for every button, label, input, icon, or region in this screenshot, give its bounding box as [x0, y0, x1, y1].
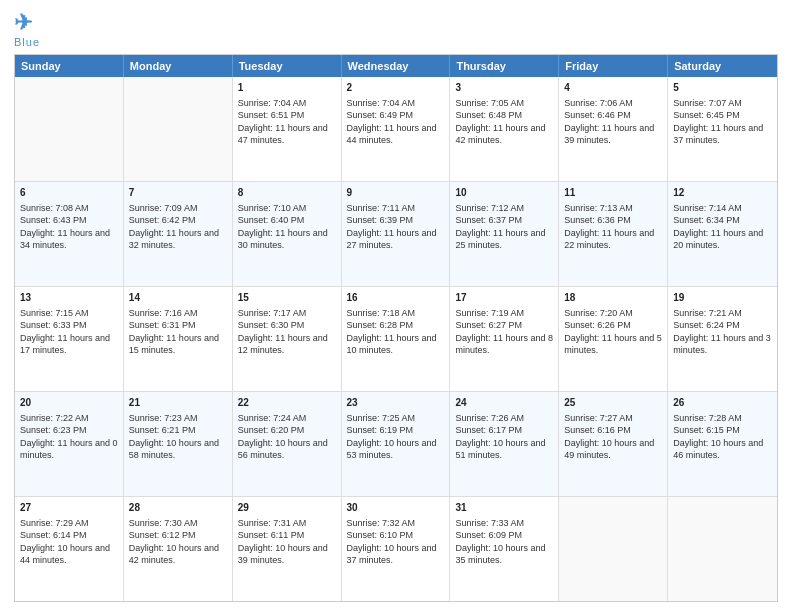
day-info-8: Sunrise: 7:10 AMSunset: 6:40 PMDaylight:…	[238, 202, 336, 252]
day-number-23: 23	[347, 396, 445, 410]
day-cell-1: 1Sunrise: 7:04 AMSunset: 6:51 PMDaylight…	[233, 77, 342, 181]
day-cell-10: 10Sunrise: 7:12 AMSunset: 6:37 PMDayligh…	[450, 182, 559, 286]
day-cell-24: 24Sunrise: 7:26 AMSunset: 6:17 PMDayligh…	[450, 392, 559, 496]
header-day-saturday: Saturday	[668, 55, 777, 77]
day-info-3: Sunrise: 7:05 AMSunset: 6:48 PMDaylight:…	[455, 97, 553, 147]
day-info-19: Sunrise: 7:21 AMSunset: 6:24 PMDaylight:…	[673, 307, 772, 357]
header-day-sunday: Sunday	[15, 55, 124, 77]
day-cell-29: 29Sunrise: 7:31 AMSunset: 6:11 PMDayligh…	[233, 497, 342, 601]
calendar-body: 1Sunrise: 7:04 AMSunset: 6:51 PMDaylight…	[15, 77, 777, 601]
day-cell-8: 8Sunrise: 7:10 AMSunset: 6:40 PMDaylight…	[233, 182, 342, 286]
day-cell-11: 11Sunrise: 7:13 AMSunset: 6:36 PMDayligh…	[559, 182, 668, 286]
day-cell-31: 31Sunrise: 7:33 AMSunset: 6:09 PMDayligh…	[450, 497, 559, 601]
day-info-1: Sunrise: 7:04 AMSunset: 6:51 PMDaylight:…	[238, 97, 336, 147]
day-cell-25: 25Sunrise: 7:27 AMSunset: 6:16 PMDayligh…	[559, 392, 668, 496]
day-cell-22: 22Sunrise: 7:24 AMSunset: 6:20 PMDayligh…	[233, 392, 342, 496]
day-info-31: Sunrise: 7:33 AMSunset: 6:09 PMDaylight:…	[455, 517, 553, 567]
header: ✈ Blue	[14, 10, 778, 48]
day-number-24: 24	[455, 396, 553, 410]
day-cell-12: 12Sunrise: 7:14 AMSunset: 6:34 PMDayligh…	[668, 182, 777, 286]
logo-sub: Blue	[14, 36, 40, 48]
day-cell-7: 7Sunrise: 7:09 AMSunset: 6:42 PMDaylight…	[124, 182, 233, 286]
day-info-26: Sunrise: 7:28 AMSunset: 6:15 PMDaylight:…	[673, 412, 772, 462]
header-day-tuesday: Tuesday	[233, 55, 342, 77]
day-info-9: Sunrise: 7:11 AMSunset: 6:39 PMDaylight:…	[347, 202, 445, 252]
day-info-24: Sunrise: 7:26 AMSunset: 6:17 PMDaylight:…	[455, 412, 553, 462]
day-number-20: 20	[20, 396, 118, 410]
day-info-6: Sunrise: 7:08 AMSunset: 6:43 PMDaylight:…	[20, 202, 118, 252]
day-number-16: 16	[347, 291, 445, 305]
header-day-wednesday: Wednesday	[342, 55, 451, 77]
day-cell-3: 3Sunrise: 7:05 AMSunset: 6:48 PMDaylight…	[450, 77, 559, 181]
day-info-28: Sunrise: 7:30 AMSunset: 6:12 PMDaylight:…	[129, 517, 227, 567]
day-number-19: 19	[673, 291, 772, 305]
day-number-30: 30	[347, 501, 445, 515]
day-info-22: Sunrise: 7:24 AMSunset: 6:20 PMDaylight:…	[238, 412, 336, 462]
day-cell-17: 17Sunrise: 7:19 AMSunset: 6:27 PMDayligh…	[450, 287, 559, 391]
calendar-header: SundayMondayTuesdayWednesdayThursdayFrid…	[15, 55, 777, 77]
day-number-2: 2	[347, 81, 445, 95]
day-number-25: 25	[564, 396, 662, 410]
day-number-7: 7	[129, 186, 227, 200]
day-number-13: 13	[20, 291, 118, 305]
day-cell-9: 9Sunrise: 7:11 AMSunset: 6:39 PMDaylight…	[342, 182, 451, 286]
day-number-3: 3	[455, 81, 553, 95]
day-number-22: 22	[238, 396, 336, 410]
empty-cell-w4-d6	[668, 497, 777, 601]
empty-cell-w4-d5	[559, 497, 668, 601]
day-number-31: 31	[455, 501, 553, 515]
day-cell-4: 4Sunrise: 7:06 AMSunset: 6:46 PMDaylight…	[559, 77, 668, 181]
week-row-4: 20Sunrise: 7:22 AMSunset: 6:23 PMDayligh…	[15, 391, 777, 496]
day-number-4: 4	[564, 81, 662, 95]
day-info-4: Sunrise: 7:06 AMSunset: 6:46 PMDaylight:…	[564, 97, 662, 147]
day-number-10: 10	[455, 186, 553, 200]
day-number-17: 17	[455, 291, 553, 305]
day-info-29: Sunrise: 7:31 AMSunset: 6:11 PMDaylight:…	[238, 517, 336, 567]
day-info-7: Sunrise: 7:09 AMSunset: 6:42 PMDaylight:…	[129, 202, 227, 252]
day-cell-5: 5Sunrise: 7:07 AMSunset: 6:45 PMDaylight…	[668, 77, 777, 181]
day-number-26: 26	[673, 396, 772, 410]
day-number-18: 18	[564, 291, 662, 305]
day-info-18: Sunrise: 7:20 AMSunset: 6:26 PMDaylight:…	[564, 307, 662, 357]
header-day-friday: Friday	[559, 55, 668, 77]
day-cell-23: 23Sunrise: 7:25 AMSunset: 6:19 PMDayligh…	[342, 392, 451, 496]
day-number-14: 14	[129, 291, 227, 305]
day-info-12: Sunrise: 7:14 AMSunset: 6:34 PMDaylight:…	[673, 202, 772, 252]
day-number-6: 6	[20, 186, 118, 200]
logo: ✈ Blue	[14, 10, 40, 48]
day-number-5: 5	[673, 81, 772, 95]
day-info-30: Sunrise: 7:32 AMSunset: 6:10 PMDaylight:…	[347, 517, 445, 567]
header-day-thursday: Thursday	[450, 55, 559, 77]
day-cell-27: 27Sunrise: 7:29 AMSunset: 6:14 PMDayligh…	[15, 497, 124, 601]
day-number-28: 28	[129, 501, 227, 515]
day-number-27: 27	[20, 501, 118, 515]
day-number-29: 29	[238, 501, 336, 515]
logo-bird-icon: ✈	[14, 10, 32, 35]
day-info-5: Sunrise: 7:07 AMSunset: 6:45 PMDaylight:…	[673, 97, 772, 147]
day-info-15: Sunrise: 7:17 AMSunset: 6:30 PMDaylight:…	[238, 307, 336, 357]
day-info-23: Sunrise: 7:25 AMSunset: 6:19 PMDaylight:…	[347, 412, 445, 462]
page: ✈ Blue SundayMondayTuesdayWednesdayThurs…	[0, 0, 792, 612]
day-cell-13: 13Sunrise: 7:15 AMSunset: 6:33 PMDayligh…	[15, 287, 124, 391]
week-row-3: 13Sunrise: 7:15 AMSunset: 6:33 PMDayligh…	[15, 286, 777, 391]
day-cell-21: 21Sunrise: 7:23 AMSunset: 6:21 PMDayligh…	[124, 392, 233, 496]
day-cell-28: 28Sunrise: 7:30 AMSunset: 6:12 PMDayligh…	[124, 497, 233, 601]
day-number-1: 1	[238, 81, 336, 95]
day-info-17: Sunrise: 7:19 AMSunset: 6:27 PMDaylight:…	[455, 307, 553, 357]
empty-cell-w0-d0	[15, 77, 124, 181]
logo-text: ✈	[14, 10, 32, 36]
day-info-20: Sunrise: 7:22 AMSunset: 6:23 PMDaylight:…	[20, 412, 118, 462]
week-row-2: 6Sunrise: 7:08 AMSunset: 6:43 PMDaylight…	[15, 181, 777, 286]
day-cell-30: 30Sunrise: 7:32 AMSunset: 6:10 PMDayligh…	[342, 497, 451, 601]
day-info-16: Sunrise: 7:18 AMSunset: 6:28 PMDaylight:…	[347, 307, 445, 357]
day-cell-14: 14Sunrise: 7:16 AMSunset: 6:31 PMDayligh…	[124, 287, 233, 391]
day-number-9: 9	[347, 186, 445, 200]
day-cell-18: 18Sunrise: 7:20 AMSunset: 6:26 PMDayligh…	[559, 287, 668, 391]
day-info-13: Sunrise: 7:15 AMSunset: 6:33 PMDaylight:…	[20, 307, 118, 357]
day-cell-6: 6Sunrise: 7:08 AMSunset: 6:43 PMDaylight…	[15, 182, 124, 286]
day-cell-15: 15Sunrise: 7:17 AMSunset: 6:30 PMDayligh…	[233, 287, 342, 391]
week-row-1: 1Sunrise: 7:04 AMSunset: 6:51 PMDaylight…	[15, 77, 777, 181]
week-row-5: 27Sunrise: 7:29 AMSunset: 6:14 PMDayligh…	[15, 496, 777, 601]
day-info-27: Sunrise: 7:29 AMSunset: 6:14 PMDaylight:…	[20, 517, 118, 567]
day-cell-16: 16Sunrise: 7:18 AMSunset: 6:28 PMDayligh…	[342, 287, 451, 391]
